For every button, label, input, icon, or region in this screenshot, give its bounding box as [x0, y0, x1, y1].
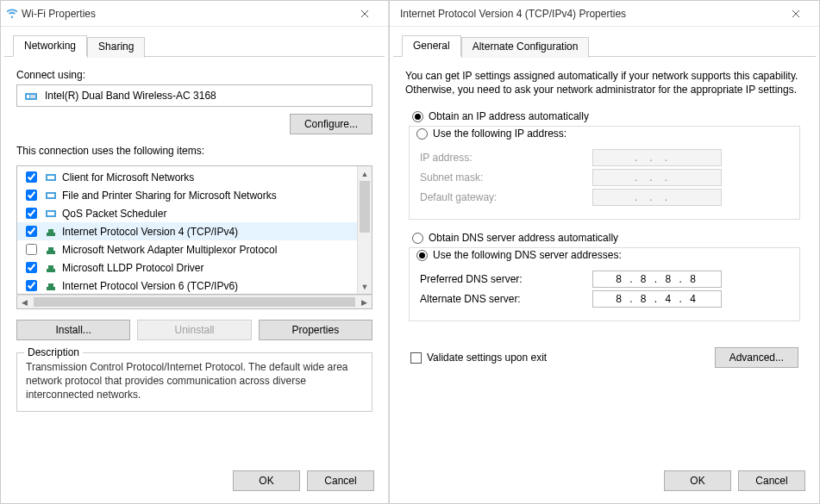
- ok-button[interactable]: OK: [233, 470, 300, 491]
- svg-rect-6: [47, 194, 54, 197]
- svg-rect-14: [48, 265, 53, 269]
- item-checkbox[interactable]: [26, 280, 37, 291]
- tab-general[interactable]: General: [402, 35, 461, 57]
- item-checkbox[interactable]: [26, 262, 37, 273]
- tab-alternate-configuration[interactable]: Alternate Configuration: [461, 37, 590, 58]
- radio-label: Use the following IP address:: [433, 128, 566, 140]
- subnet-mask-label: Subnet mask:: [420, 171, 592, 184]
- svg-rect-10: [48, 229, 53, 233]
- subnet-mask-input: ...: [592, 169, 722, 186]
- default-gateway-label: Default gateway:: [420, 191, 592, 203]
- item-checkbox[interactable]: [26, 244, 37, 255]
- radio-icon: [416, 250, 428, 261]
- wifi-icon: [6, 6, 18, 21]
- radio-icon: [412, 233, 423, 244]
- radio-dns-manual[interactable]: Use the following DNS server addresses:: [416, 249, 627, 261]
- svg-rect-12: [48, 247, 53, 251]
- radio-label: Use the following DNS server addresses:: [433, 249, 622, 261]
- validate-label: Validate settings upon exit: [427, 352, 547, 364]
- alternate-dns-input[interactable]: 8 . 8 . 4 . 4: [592, 290, 722, 308]
- svg-rect-9: [47, 233, 55, 236]
- tab-networking[interactable]: Networking: [13, 35, 87, 57]
- svg-rect-13: [47, 269, 55, 272]
- window-title: Wi-Fi Properties: [18, 8, 347, 20]
- hscroll-thumb[interactable]: [34, 297, 355, 307]
- ok-button[interactable]: OK: [664, 470, 731, 491]
- validate-checkbox-row[interactable]: Validate settings upon exit: [410, 352, 547, 364]
- list-item[interactable]: QoS Packet Scheduler: [17, 204, 357, 222]
- preferred-dns-label: Preferred DNS server:: [420, 273, 592, 285]
- scroll-up-arrow[interactable]: ▲: [358, 166, 372, 181]
- protocol-icon: [45, 244, 57, 256]
- item-label: Internet Protocol Version 6 (TCP/IPv6): [62, 280, 238, 292]
- svg-rect-2: [30, 95, 35, 98]
- svg-rect-15: [47, 287, 55, 290]
- svg-rect-8: [47, 212, 54, 215]
- description-groupbox: Description Transmission Control Protoco…: [16, 352, 372, 412]
- item-checkbox[interactable]: [26, 226, 37, 237]
- protocol-icon: [45, 190, 57, 202]
- scroll-thumb[interactable]: [360, 181, 370, 233]
- default-gateway-input: ...: [592, 189, 722, 206]
- titlebar-left: Wi-Fi Properties: [1, 1, 388, 27]
- cancel-button[interactable]: Cancel: [738, 470, 805, 491]
- vertical-scrollbar[interactable]: ▲ ▼: [357, 166, 372, 294]
- protocol-icon: [45, 171, 57, 184]
- intro-text: You can get IP settings assigned automat…: [405, 69, 804, 96]
- protocol-icon: [45, 226, 57, 238]
- svg-rect-4: [47, 176, 54, 179]
- scroll-left-arrow[interactable]: ◀: [17, 298, 32, 307]
- scroll-right-arrow[interactable]: ▶: [357, 298, 372, 307]
- tab-sharing[interactable]: Sharing: [87, 37, 145, 58]
- radio-ip-manual[interactable]: Use the following IP address:: [416, 128, 572, 140]
- titlebar-right: Internet Protocol Version 4 (TCP/IPv4) P…: [390, 1, 819, 27]
- list-item[interactable]: Microsoft LLDP Protocol Driver: [17, 258, 357, 277]
- radio-ip-auto[interactable]: Obtain an IP address automatically: [412, 110, 804, 122]
- item-label: Microsoft Network Adapter Multiplexor Pr…: [62, 244, 277, 256]
- properties-button[interactable]: Properties: [259, 320, 372, 340]
- item-checkbox[interactable]: [26, 190, 37, 201]
- scroll-down-arrow[interactable]: ▼: [358, 279, 372, 294]
- item-label: Client for Microsoft Networks: [62, 171, 194, 184]
- list-item[interactable]: Microsoft Network Adapter Multiplexor Pr…: [17, 240, 357, 258]
- item-checkbox[interactable]: [26, 208, 37, 219]
- item-label: Internet Protocol Version 4 (TCP/IPv4): [62, 226, 238, 238]
- alternate-dns-label: Alternate DNS server:: [420, 293, 592, 305]
- radio-dns-auto[interactable]: Obtain DNS server address automatically: [412, 232, 804, 244]
- close-button[interactable]: [347, 2, 383, 26]
- checkbox-icon: [410, 352, 422, 364]
- list-item[interactable]: Internet Protocol Version 6 (TCP/IPv6): [17, 277, 357, 294]
- ipv4-properties-window: Internet Protocol Version 4 (TCP/IPv4) P…: [389, 0, 820, 504]
- horizontal-scrollbar[interactable]: ◀ ▶: [16, 295, 372, 309]
- item-label: File and Printer Sharing for Microsoft N…: [62, 190, 277, 202]
- item-checkbox[interactable]: [26, 171, 37, 183]
- connect-using-label: Connect using:: [16, 69, 372, 81]
- list-item[interactable]: Client for Microsoft Networks: [17, 168, 357, 186]
- tabbar-left: Networking Sharing: [4, 27, 385, 57]
- item-label: QoS Packet Scheduler: [62, 208, 166, 220]
- ip-address-label: IP address:: [420, 152, 592, 164]
- cancel-button[interactable]: Cancel: [307, 470, 374, 491]
- protocol-icon: [45, 280, 57, 292]
- tabbar-right: General Alternate Configuration: [393, 27, 816, 57]
- list-item[interactable]: File and Printer Sharing for Microsoft N…: [17, 186, 357, 204]
- item-label: Microsoft LLDP Protocol Driver: [62, 262, 204, 274]
- close-button[interactable]: [778, 2, 814, 26]
- preferred-dns-input[interactable]: 8 . 8 . 8 . 8: [592, 271, 722, 288]
- radio-icon: [412, 111, 423, 122]
- ip-manual-group: Use the following IP address: IP address…: [409, 126, 800, 220]
- radio-icon: [416, 128, 428, 140]
- uninstall-button: Uninstall: [137, 320, 251, 340]
- description-text: Transmission Control Protocol/Internet P…: [26, 360, 363, 402]
- protocol-icon: [45, 208, 57, 220]
- radio-label: Obtain an IP address automatically: [429, 110, 589, 122]
- adapter-name: Intel(R) Dual Band Wireless-AC 3168: [45, 90, 216, 102]
- advanced-button[interactable]: Advanced...: [715, 347, 798, 368]
- list-item[interactable]: Internet Protocol Version 4 (TCP/IPv4): [17, 222, 357, 240]
- window-title: Internet Protocol Version 4 (TCP/IPv4) P…: [395, 8, 778, 20]
- items-label: This connection uses the following items…: [16, 145, 372, 157]
- svg-rect-1: [27, 95, 29, 98]
- install-button[interactable]: Install...: [16, 320, 130, 340]
- svg-rect-11: [47, 251, 55, 254]
- configure-button[interactable]: Configure...: [290, 114, 372, 134]
